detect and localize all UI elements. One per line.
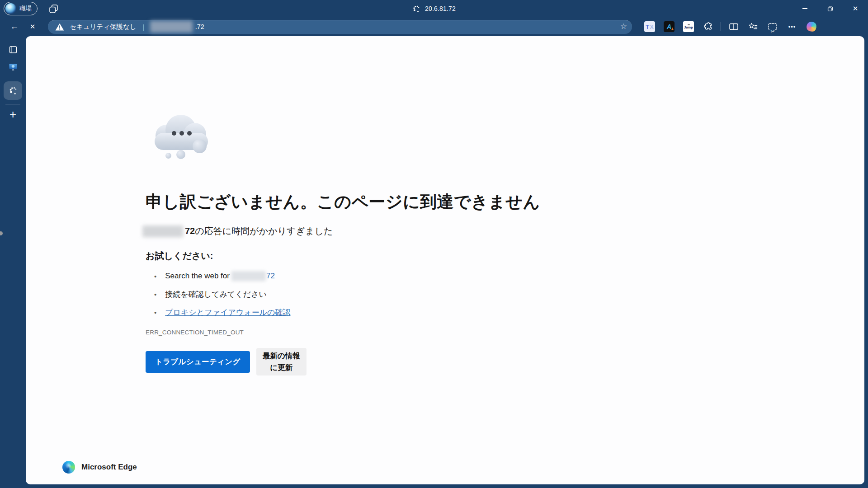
- search-web-link[interactable]: 72: [266, 272, 275, 281]
- tab-active-loading[interactable]: [4, 81, 22, 100]
- copilot-button[interactable]: [805, 20, 818, 33]
- suggestion-item-connection: • 接続を確認してみてください: [154, 289, 267, 300]
- profile-label: 職場: [19, 5, 32, 13]
- proxy-firewall-link[interactable]: プロキシとファイアウォールの確認: [165, 307, 290, 318]
- toolbar: ← ✕ セキュリティ保護なし | .72 ☆ T X A +: [0, 17, 868, 36]
- stop-icon: ✕: [30, 23, 36, 31]
- troubleshoot-button[interactable]: トラブルシューティング: [146, 351, 250, 373]
- suggestion-item-proxy: • プロキシとファイアウォールの確認: [154, 307, 290, 318]
- tab-title-text: 20.6.81.72: [425, 5, 456, 12]
- suggestion-item-search: • Search the web for 72: [154, 271, 275, 281]
- sidebar-divider: [5, 104, 20, 104]
- extensions-puzzle-icon: [703, 22, 713, 32]
- back-button[interactable]: ←: [5, 19, 24, 34]
- extensions-menu-button[interactable]: [701, 20, 715, 33]
- split-screen-button[interactable]: [727, 20, 741, 33]
- profile-button[interactable]: 職場: [4, 2, 38, 15]
- window-tab-title: 20.6.81.72: [412, 0, 456, 17]
- toolbar-divider: [721, 22, 721, 31]
- error-code-text: ERR_CONNECTION_TIMED_OUT: [146, 329, 244, 336]
- jump-dash: [688, 24, 690, 25]
- web-content-area: 申し訳ございません。このページに到達できません 72 の応答に時間がかかりすぎま…: [26, 36, 864, 484]
- title-bar: 職場 20.6.81.72 ✕: [0, 0, 868, 17]
- split-screen-icon: [729, 22, 739, 31]
- ellipsis-icon: •••: [788, 23, 796, 30]
- cloud-error-illustration: [154, 112, 213, 167]
- address-divider: |: [143, 23, 145, 31]
- error-message-line: 72 の応答に時間がかかりすぎました: [142, 225, 333, 237]
- try-suggestions-heading: お試しください:: [146, 250, 213, 262]
- tx-letter-t: T: [646, 23, 649, 30]
- extension-tx-button[interactable]: T X: [643, 20, 656, 33]
- address-bar[interactable]: セキュリティ保護なし | .72 ☆: [48, 20, 632, 34]
- minimize-button[interactable]: [792, 0, 817, 17]
- redacted-host-blur: [142, 225, 183, 237]
- scissors-icon: ✂: [770, 29, 775, 34]
- security-label: セキュリティ保護なし: [70, 23, 137, 31]
- refresh-label-line2: に更新: [270, 363, 292, 371]
- tab-actions-menu-button[interactable]: [0, 45, 26, 54]
- settings-more-button[interactable]: •••: [785, 20, 799, 33]
- copilot-icon: [806, 21, 817, 33]
- bullet-icon: •: [154, 272, 156, 280]
- profile-avatar: [5, 3, 16, 14]
- workspaces-icon[interactable]: [47, 2, 60, 15]
- browser-brand-footer: Microsoft Edge: [62, 461, 137, 474]
- favorites-star-list-icon: [748, 22, 758, 31]
- not-secure-warning-icon: [55, 23, 64, 31]
- url-text: .72: [195, 23, 204, 30]
- bullet-icon: •: [154, 291, 156, 298]
- host-suffix: 72: [185, 226, 195, 236]
- azure-plus-badge: +: [671, 27, 674, 32]
- close-icon: ✕: [853, 5, 859, 13]
- error-page-title: 申し訳ございません。このページに到達できません: [146, 191, 540, 213]
- loading-spinner-icon: [412, 5, 420, 13]
- add-favorite-star-icon[interactable]: ☆: [620, 22, 627, 31]
- bullet-icon: •: [154, 309, 156, 316]
- tab-remote-desktop[interactable]: [0, 62, 26, 71]
- vertical-tabs-sidebar: +: [0, 36, 26, 488]
- tx-extension-icon: T X: [644, 21, 655, 32]
- web-capture-button[interactable]: ✂: [766, 20, 779, 33]
- tab-actions-icon: [9, 45, 18, 54]
- refresh-label-line1: 最新の情報: [263, 352, 300, 360]
- back-icon: ←: [10, 22, 19, 32]
- edge-logo-icon: [62, 461, 75, 474]
- loading-spinner-icon: [9, 86, 17, 95]
- new-tab-button[interactable]: +: [0, 108, 26, 120]
- plus-icon: +: [9, 108, 16, 120]
- restore-button[interactable]: [817, 0, 843, 17]
- extension-azure-button[interactable]: A +: [662, 20, 676, 33]
- monitor-globe-favicon: [9, 62, 18, 71]
- jump-label: Jump: [684, 26, 693, 29]
- redacted-url-blur: [150, 21, 193, 33]
- azure-extension-icon: A +: [664, 21, 675, 32]
- timeout-message: の応答に時間がかかりすぎました: [195, 225, 333, 237]
- refresh-button[interactable]: 最新の情報 に更新: [256, 348, 307, 375]
- extension-jump-button[interactable]: Jump: [682, 20, 695, 33]
- restore-icon: [827, 5, 834, 12]
- redacted-search-blur: [231, 271, 266, 281]
- brand-name-text: Microsoft Edge: [81, 463, 137, 472]
- search-prefix-text: Search the web for: [165, 272, 230, 281]
- tx-letter-x: X: [650, 23, 654, 30]
- jump-extension-icon: Jump: [683, 21, 694, 32]
- close-button[interactable]: ✕: [843, 0, 868, 17]
- stop-button[interactable]: ✕: [24, 19, 42, 34]
- minimize-icon: [802, 8, 807, 9]
- favorites-button[interactable]: [746, 20, 760, 33]
- check-connection-text: 接続を確認してみてください: [165, 289, 267, 300]
